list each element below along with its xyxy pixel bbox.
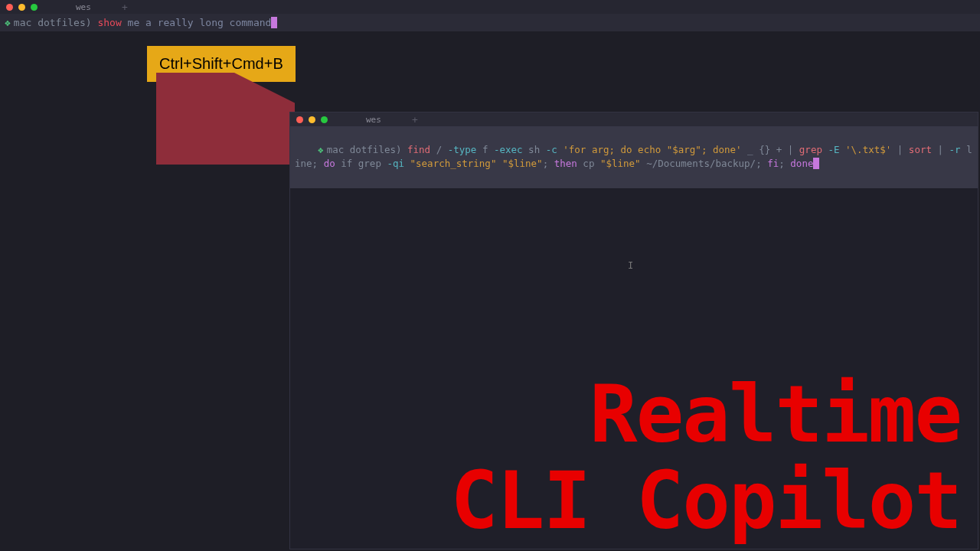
cmd-token: sort — [909, 144, 932, 155]
close-icon[interactable] — [6, 4, 13, 11]
new-tab-icon[interactable]: + — [122, 2, 128, 13]
cmd-token: | — [891, 144, 909, 155]
minimize-icon[interactable] — [18, 4, 25, 11]
outer-titlebar: wes + — [0, 0, 980, 14]
inner-titlebar: wes + — [290, 112, 978, 126]
title-line-1: Realtime — [590, 367, 961, 461]
inner-tab-title[interactable]: wes — [366, 115, 381, 125]
prompt-icon: ❖ — [318, 144, 324, 155]
new-tab-icon[interactable]: + — [412, 114, 418, 126]
cmd-token: sh — [523, 144, 546, 155]
cmd-head: show — [97, 17, 121, 28]
prompt-sep — [31, 17, 38, 28]
maximize-icon[interactable] — [321, 116, 328, 123]
cursor-icon — [271, 17, 277, 28]
maximize-icon[interactable] — [31, 4, 38, 11]
cmd-token: "search_string" — [404, 158, 496, 169]
keyboard-shortcut-badge: Ctrl+Shift+Cmd+B — [147, 46, 296, 82]
cmd-token: -c — [546, 144, 557, 155]
cmd-token: "$line" — [600, 158, 641, 169]
cmd-token: | — [932, 144, 949, 155]
video-title-overlay: Realtime CLI Copilot — [450, 371, 961, 543]
close-icon[interactable] — [296, 116, 303, 123]
cmd-token: if grep — [335, 158, 387, 169]
inner-prompt-line[interactable]: ❖mac dotfiles) find / -type f -exec sh -… — [290, 126, 978, 188]
prompt-dir: dotfiles — [350, 144, 396, 155]
cmd-token: done — [790, 158, 813, 169]
prompt-dir: dotfiles — [38, 17, 86, 28]
cmd-token: -qi — [387, 158, 404, 169]
cmd-token: do — [324, 158, 335, 169]
cmd-token: -exec — [494, 144, 523, 155]
cmd-token: f — [476, 144, 494, 155]
outer-tab-title[interactable]: wes — [76, 2, 91, 12]
cmd-token: ; — [779, 158, 790, 169]
cmd-token: ; — [543, 158, 554, 169]
cmd-token: then — [554, 158, 577, 169]
cursor-icon — [813, 158, 819, 169]
cmd-rest: me a really long command — [122, 17, 272, 28]
cmd-token: find — [407, 144, 430, 155]
prompt-host: mac — [327, 144, 345, 155]
cmd-token: -E — [828, 144, 839, 155]
cmd-token: grep — [799, 144, 822, 155]
shortcut-label: Ctrl+Shift+Cmd+B — [159, 55, 283, 72]
minimize-icon[interactable] — [309, 116, 315, 123]
cmd-token: fi — [767, 158, 779, 169]
cmd-token: "$line" — [496, 158, 542, 169]
prompt-host: mac — [14, 17, 31, 28]
title-line-2: CLI Copilot — [450, 454, 961, 547]
cmd-token: -r — [949, 144, 961, 155]
cmd-token: _ {} + | — [742, 144, 799, 155]
cmd-token: cp — [577, 158, 600, 169]
traffic-lights — [6, 4, 38, 11]
cmd-token: '\.txt$' — [840, 144, 892, 155]
cmd-token: / — [430, 144, 448, 155]
traffic-lights — [296, 116, 328, 123]
cmd-token: ~/Documents/backup/; — [641, 158, 768, 169]
cmd-token: 'for arg; do echo "$arg"; done' — [557, 144, 742, 155]
cmd-token: -type — [448, 144, 477, 155]
text-cursor-icon: I — [628, 260, 629, 271]
outer-prompt-line[interactable]: ❖ mac dotfiles ) show me a really long c… — [0, 14, 980, 31]
prompt-paren: ) — [86, 17, 98, 28]
prompt-icon: ❖ — [5, 17, 11, 28]
